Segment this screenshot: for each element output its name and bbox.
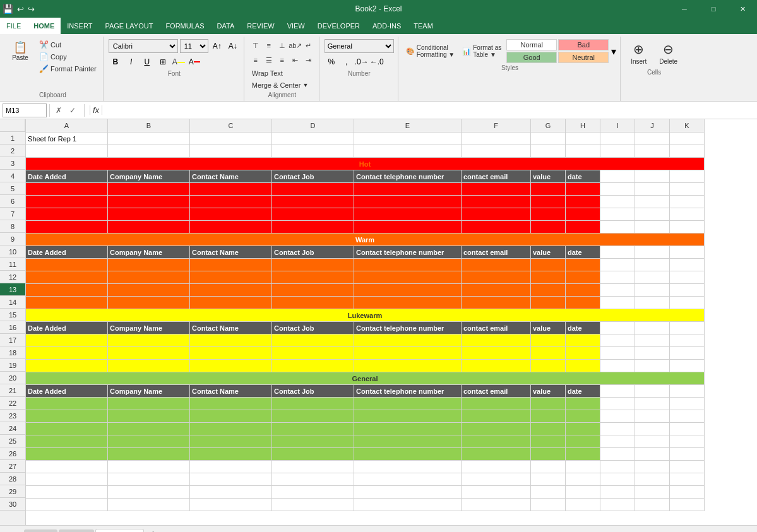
cell-17-C[interactable]	[190, 334, 272, 347]
paste-button[interactable]: 📋 Paste	[6, 39, 34, 64]
cell-22-B[interactable]	[108, 398, 190, 410]
format-as-table-button[interactable]: 📊 Format asTable ▼	[460, 39, 504, 63]
cell-1-K[interactable]	[670, 133, 705, 145]
cell-2-E[interactable]	[354, 145, 462, 158]
redo-icon[interactable]: ↪	[28, 4, 35, 14]
cell-30-J[interactable]	[635, 499, 670, 511]
cell-24-C[interactable]	[190, 423, 272, 435]
cell-2-I[interactable]	[600, 145, 635, 158]
cell-7-A[interactable]	[26, 208, 108, 221]
cell-4-D[interactable]: Contact Job	[272, 170, 354, 183]
cell-29-J[interactable]	[635, 486, 670, 499]
cell-28-H[interactable]	[566, 473, 600, 486]
cell-26-E[interactable]	[354, 448, 462, 461]
cell-8-I[interactable]	[600, 221, 635, 233]
cell-27-I[interactable]	[600, 461, 635, 473]
row-header-8[interactable]: 8	[0, 220, 25, 233]
cancel-formula-button[interactable]: ✗	[52, 104, 65, 117]
cell-11-B[interactable]	[108, 259, 190, 271]
decrease-font-button[interactable]: A↓	[226, 39, 240, 53]
cell-14-C[interactable]	[190, 297, 272, 309]
cell-17-B[interactable]	[108, 334, 190, 347]
cell-1-I[interactable]	[600, 133, 635, 145]
row-header-20[interactable]: 20	[0, 372, 25, 384]
row-header-26[interactable]: 26	[0, 447, 25, 460]
cell-10-H[interactable]: date	[566, 246, 600, 259]
font-size-select[interactable]: 11	[180, 39, 208, 53]
tab-reps[interactable]: Reps	[59, 529, 94, 532]
cell-18-A[interactable]	[26, 347, 108, 360]
row-header-17[interactable]: 17	[0, 334, 25, 346]
cell-12-F[interactable]	[462, 271, 531, 284]
cell-6-I[interactable]	[600, 196, 635, 208]
cell-12-H[interactable]	[566, 271, 600, 284]
cell-6-K[interactable]	[670, 196, 705, 208]
cell-5-H[interactable]	[566, 183, 600, 196]
cell-23-J[interactable]	[635, 410, 670, 423]
cell-1-D[interactable]	[272, 133, 354, 145]
row-header-6[interactable]: 6	[0, 195, 25, 208]
delete-button[interactable]: ⊖ Delete	[654, 39, 682, 68]
col-header-C[interactable]: C	[190, 119, 272, 132]
col-header-J[interactable]: J	[635, 119, 670, 132]
cell-5-F[interactable]	[462, 183, 531, 196]
cell-7-I[interactable]	[600, 208, 635, 221]
cell-14-K[interactable]	[670, 297, 705, 309]
cell-25-K[interactable]	[670, 435, 705, 448]
cell-14-H[interactable]	[566, 297, 600, 309]
merge-dropdown-icon[interactable]: ▼	[302, 82, 308, 88]
cell-18-G[interactable]	[531, 347, 566, 360]
cell-18-B[interactable]	[108, 347, 190, 360]
cell-4-J[interactable]	[635, 170, 670, 183]
cell-23-F[interactable]	[462, 410, 531, 423]
cell-28-G[interactable]	[531, 473, 566, 486]
align-center-button[interactable]: ☰	[263, 54, 275, 66]
cell-30-F[interactable]	[462, 499, 531, 511]
cell-10-I[interactable]	[600, 246, 635, 259]
row-header-23[interactable]: 23	[0, 410, 25, 422]
section-header-general[interactable]: General	[26, 372, 705, 385]
row-header-14[interactable]: 14	[0, 296, 25, 309]
cell-23-G[interactable]	[531, 410, 566, 423]
cell-10-G[interactable]: value	[531, 246, 566, 259]
insert-button[interactable]: ⊕ Insert	[626, 39, 652, 68]
cell-29-G[interactable]	[531, 486, 566, 499]
cell-8-K[interactable]	[670, 221, 705, 233]
cell-8-B[interactable]	[108, 221, 190, 233]
cell-21-D[interactable]: Contact Job	[272, 385, 354, 398]
font-family-select[interactable]: Calibri	[109, 39, 178, 53]
cell-18-H[interactable]	[566, 347, 600, 360]
decrease-decimal-button[interactable]: ←.0	[370, 55, 384, 69]
cell-4-C[interactable]: Contact Name	[190, 170, 272, 183]
cell-17-A[interactable]	[26, 334, 108, 347]
cell-29-E[interactable]	[354, 486, 462, 499]
cell-30-B[interactable]	[108, 499, 190, 511]
cell-28-A[interactable]	[26, 473, 108, 486]
cell-6-E[interactable]	[354, 196, 462, 208]
row-header-13[interactable]: 13	[0, 283, 25, 296]
cell-8-H[interactable]	[566, 221, 600, 233]
cell-13-A[interactable]	[26, 284, 108, 297]
cell-11-D[interactable]	[272, 259, 354, 271]
cell-24-K[interactable]	[670, 423, 705, 435]
section-header-warm[interactable]: Warm	[26, 233, 705, 246]
cell-26-H[interactable]	[566, 448, 600, 461]
row-header-1[interactable]: 1	[0, 132, 25, 145]
cell-10-A[interactable]: Date Added	[26, 246, 108, 259]
cell-6-C[interactable]	[190, 196, 272, 208]
cell-13-C[interactable]	[190, 284, 272, 297]
confirm-formula-button[interactable]: ✓	[66, 104, 79, 117]
cell-13-E[interactable]	[354, 284, 462, 297]
col-header-E[interactable]: E	[354, 119, 462, 132]
cell-22-G[interactable]	[531, 398, 566, 410]
cell-6-F[interactable]	[462, 196, 531, 208]
cell-1-C[interactable]	[190, 133, 272, 145]
cell-19-D[interactable]	[272, 360, 354, 372]
cell-19-F[interactable]	[462, 360, 531, 372]
cell-19-B[interactable]	[108, 360, 190, 372]
cell-22-C[interactable]	[190, 398, 272, 410]
cell-12-B[interactable]	[108, 271, 190, 284]
increase-font-button[interactable]: A↑	[210, 39, 224, 53]
cell-30-H[interactable]	[566, 499, 600, 511]
conditional-formatting-button[interactable]: 🎨 ConditionalFormatting ▼	[403, 39, 457, 63]
